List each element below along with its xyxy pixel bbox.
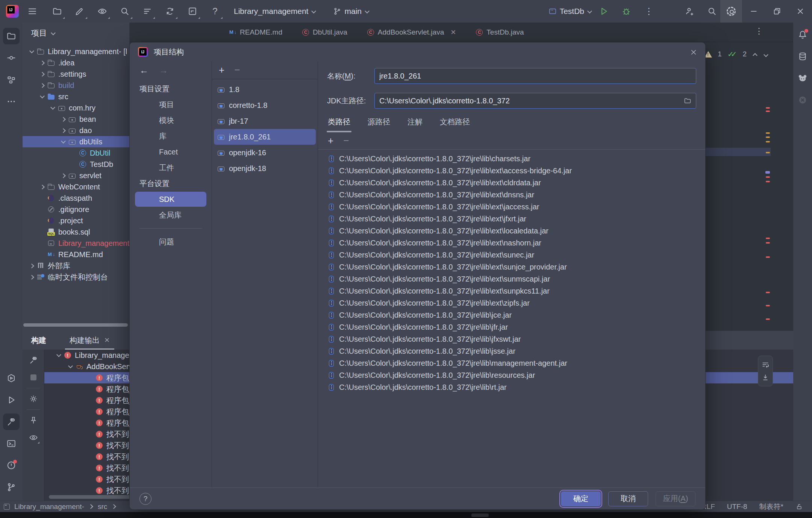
expand-chevron-icon[interactable] [39,71,45,77]
expand-chevron-icon[interactable] [60,139,66,145]
sdk-list-item[interactable]: corretto-1.8 [212,97,318,113]
search-everywhere-button[interactable] [117,3,133,20]
sdk-list-item[interactable]: 1.8 [212,82,318,97]
restore-button[interactable] [765,0,789,23]
dialog-nav-item[interactable]: 平台设置 [130,176,212,191]
classpath-entry[interactable]: C:\Users\Color\.jdks\corretto-1.8.0_372\… [318,273,705,285]
database-button[interactable] [794,48,811,65]
sdk-config-tab[interactable]: 源路径 [368,117,390,132]
tool-run-button[interactable] [3,392,20,408]
project-tree-row[interactable]: bean [23,114,129,125]
back-arrow-icon[interactable]: ← [139,65,148,76]
classpath-entry[interactable]: C:\Users\Color\.jdks\corretto-1.8.0_372\… [318,189,705,201]
classpath-entry[interactable]: C:\Users\Color\.jdks\corretto-1.8.0_372\… [318,153,705,165]
project-tree-row[interactable]: Library_management- [l [23,46,129,57]
run-button[interactable] [595,3,612,20]
expand-chevron-icon[interactable] [29,263,35,269]
indent-widget[interactable]: 制表符* [759,502,783,512]
remove-path-button[interactable]: − [343,135,349,147]
project-tree-row[interactable]: servlet [23,170,129,181]
breadcrumb[interactable]: Library_management- src [0,503,116,511]
editor-tab[interactable]: AddBookServlet.java ✕ [357,23,466,42]
project-panel-header[interactable]: 项目 [23,23,129,44]
unlock-icon[interactable] [795,503,803,510]
project-tree-row[interactable]: .classpath [23,192,129,204]
jdk-path-input[interactable] [379,97,681,105]
project-tree-row[interactable]: .gitignore [23,204,129,215]
classpath-entry[interactable]: C:\Users\Color\.jdks\corretto-1.8.0_372\… [318,165,705,177]
tool-terminal-button[interactable] [3,435,20,452]
dialog-nav-item[interactable]: Facet [130,144,212,160]
classpath-entry[interactable]: C:\Users\Color\.jdks\corretto-1.8.0_372\… [318,333,705,345]
project-tree-row[interactable]: .project [23,215,129,226]
project-widget[interactable]: Library_management [230,7,320,16]
close-tab-icon[interactable]: ✕ [104,336,110,344]
search-button[interactable] [704,3,720,20]
sdk-config-tab[interactable]: 文档路径 [440,117,470,132]
project-tree-row[interactable]: .idea [23,57,129,68]
expand-chevron-icon[interactable] [29,274,35,280]
project-tree-row[interactable]: TestDb [23,159,129,170]
apply-button[interactable]: 应用(A) [656,491,695,506]
project-tree-row[interactable]: com.hry [23,102,129,114]
tool-build-button[interactable] [3,413,20,430]
sdk-list-item[interactable]: jbr-17 [212,113,318,129]
open-project-button[interactable] [49,3,65,20]
ai-assistant-button[interactable] [794,70,811,86]
horizontal-scrollbar[interactable] [23,323,128,327]
tool-commit-button[interactable] [3,50,20,66]
expand-chevron-icon[interactable] [39,82,45,88]
view-options-button[interactable] [139,3,156,20]
editor-tab[interactable]: DbUtil.java ✕ [292,23,357,42]
classpath-entry[interactable]: C:\Users\Color\.jdks\corretto-1.8.0_372\… [318,201,705,213]
more-actions-button[interactable]: ⋮ [641,3,657,20]
remove-sdk-button[interactable]: − [234,64,240,76]
x-plugin-button[interactable] [794,92,811,108]
project-tree-row[interactable]: build [23,80,129,91]
expand-chevron-icon[interactable] [60,173,66,179]
main-menu-button[interactable] [24,3,41,20]
classpath-entry[interactable]: C:\Users\Color\.jdks\corretto-1.8.0_372\… [318,249,705,261]
classpath-entry[interactable]: C:\Users\Color\.jdks\corretto-1.8.0_372\… [318,261,705,273]
project-tree-row[interactable]: books.sql [23,226,129,238]
classpath-entry[interactable]: C:\Users\Color\.jdks\corretto-1.8.0_372\… [318,309,705,321]
classpath-entry[interactable]: C:\Users\Color\.jdks\corretto-1.8.0_372\… [318,237,705,249]
pin-tab-button[interactable] [27,413,40,427]
error-stripe-scrollbar[interactable] [765,71,770,353]
window-layout-button[interactable] [184,3,201,20]
prev-problem-button[interactable] [752,51,757,57]
scroll-to-end-icon[interactable] [761,373,770,382]
project-tree-row[interactable]: 外部库 [23,260,129,271]
help-button[interactable]: ? [207,3,223,20]
dialog-nav-item[interactable]: 库 [130,128,212,144]
classpath-entry[interactable]: C:\Users\Color\.jdks\corretto-1.8.0_372\… [318,177,705,189]
expand-chevron-icon[interactable] [39,60,45,66]
expand-chevron-icon[interactable] [56,352,62,358]
ok-button[interactable]: 确定 [561,491,601,506]
tool-git-button[interactable] [3,479,20,495]
dialog-nav-item[interactable]: 项目 [130,97,212,112]
close-button[interactable] [789,0,812,23]
project-tree-row[interactable]: WebContent [23,181,129,192]
editor-tab[interactable]: README.md ✕ [219,23,292,42]
classpath-entry[interactable]: C:\Users\Color\.jdks\corretto-1.8.0_372\… [318,381,705,393]
soft-wrap-icon[interactable] [761,360,770,369]
sdk-config-tab[interactable]: 类路径 [328,117,350,132]
tab-options-button[interactable]: ⋮ [755,26,763,36]
classpath-entry[interactable]: C:\Users\Color\.jdks\corretto-1.8.0_372\… [318,321,705,333]
tool-services-button[interactable] [3,370,20,386]
project-tree-row[interactable]: DbUtil [23,147,129,159]
expand-chevron-icon[interactable] [60,116,66,122]
stop-build-button[interactable] [27,371,40,384]
next-problem-button[interactable] [763,51,768,57]
project-tree-row[interactable]: dbUtils [23,136,129,147]
name-input[interactable] [379,72,691,80]
dialog-nav-item[interactable] [139,228,202,229]
expand-chevron-icon[interactable] [50,105,56,111]
forward-arrow-icon[interactable]: → [159,65,168,76]
encoding-widget[interactable]: UTF-8 [727,503,747,511]
dialog-nav-item[interactable]: 问题 [130,234,212,250]
preview-button[interactable] [94,3,111,20]
dialog-nav-item[interactable]: SDK [135,192,206,207]
classpath-entry[interactable]: C:\Users\Color\.jdks\corretto-1.8.0_372\… [318,225,705,237]
